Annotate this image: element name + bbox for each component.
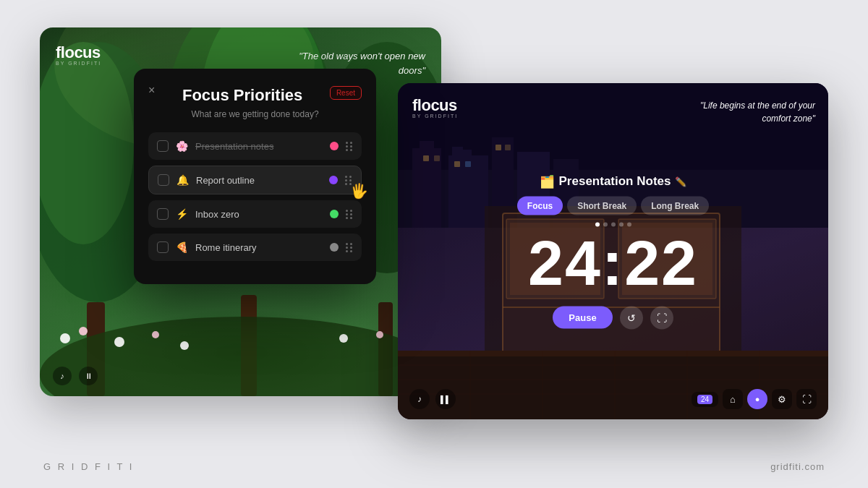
task-2-label: Report outline [196,175,322,186]
profile-button[interactable]: ● [747,389,767,409]
right-logo: flocus BY GRIDFITI [412,96,458,119]
right-action-buttons: 24 ⌂ ● ⚙ ⛶ [692,389,817,409]
task-1-emoji: 🌸 [176,140,188,152]
timer-tab-focus[interactable]: Focus [517,196,563,215]
brand-right-label: gridfiti.com [770,461,825,472]
task-2-emoji: 🔔 [176,174,189,186]
task-2-dot [329,176,338,184]
task-4-label: Rome itinerary [195,242,323,253]
right-logo-sub: BY GRIDFITI [412,114,458,119]
task-count-badge: 24 [697,395,712,404]
svg-point-9 [60,333,70,343]
right-logo-text: flocus [412,96,458,115]
timer-tabs: Focus Short Break Long Break [498,196,729,215]
task-4-checkbox[interactable] [157,241,169,253]
svg-point-11 [114,337,124,347]
svg-point-13 [180,341,189,350]
task-3-dot [330,210,339,218]
timer-fullscreen-button[interactable]: ⛶ [650,306,673,329]
left-music-bar: ♪ ⏸ [53,367,98,385]
right-equalizer-icon[interactable]: ▌▌ [435,389,456,409]
task-count-button[interactable]: 24 [692,392,718,407]
settings-button[interactable]: ⚙ [772,389,792,409]
timer-display: 24:22 [498,231,729,294]
svg-point-10 [79,327,88,335]
timer-controls: Pause ↺ ⛶ [498,306,729,329]
task-3-emoji: ⚡ [176,208,188,220]
task-4-emoji: 🍕 [176,241,188,253]
timer-task-name: Presentation Notes [559,174,671,189]
task-row-4: 🍕 Rome itinerary [148,234,362,261]
svg-point-15 [376,331,383,338]
right-quote: "Life begins at the end of your comfort … [685,99,815,125]
task-4-drag[interactable] [346,243,353,252]
task-3-drag[interactable] [346,210,353,219]
timer-tab-short-break[interactable]: Short Break [567,196,637,215]
focus-priorities-modal: × Focus Priorities Reset What are we get… [134,69,376,284]
svg-point-14 [339,334,348,343]
left-logo-text: flocus [56,43,101,62]
timer-reset-button[interactable]: ↺ [620,306,643,329]
timer-area: 🗂️ Presentation Notes ✏️ Focus Short Bre… [498,174,729,329]
modal-close-button[interactable]: × [148,85,155,96]
right-bottom-bar: ♪ ▌▌ 24 ⌂ ● ⚙ ⛶ [398,389,828,409]
right-card: flocus BY GRIDFITI "Life begins at the e… [398,83,828,419]
modal-header: × Focus Priorities Reset [148,86,362,105]
modal-title: Focus Priorities [155,86,330,105]
timer-task-label: 🗂️ Presentation Notes ✏️ [498,174,729,189]
task-2-checkbox[interactable] [158,174,169,186]
home-button[interactable]: ⌂ [723,389,743,409]
task-row-3: ⚡ Inbox zero [148,200,362,228]
right-music-buttons: ♪ ▌▌ [409,389,456,409]
cursor-hand: 🖐️ [350,182,368,200]
modal-reset-button[interactable]: Reset [330,86,362,100]
timer-tab-long-break[interactable]: Long Break [641,196,709,215]
left-music-icon[interactable]: ♪ [53,367,72,385]
timer-task-emoji: 🗂️ [540,174,555,189]
timer-pause-button[interactable]: Pause [553,307,612,329]
brand-left-label: G R I D F I T I [43,461,134,472]
task-1-checkbox[interactable] [157,140,169,152]
left-logo-sub: BY GRIDFITI [56,61,101,66]
left-equalizer-icon[interactable]: ⏸ [79,367,98,385]
task-row-2: 🔔 Report outline 🖐️ [148,166,362,194]
svg-point-12 [152,331,159,338]
task-3-checkbox[interactable] [157,208,169,220]
task-4-dot [330,243,339,252]
timer-edit-icon[interactable]: ✏️ [675,176,686,187]
task-1-dot [330,142,339,150]
right-music-icon[interactable]: ♪ [409,389,430,409]
expand-button[interactable]: ⛶ [796,389,817,409]
task-row-1: 🌸 Presentation notes [148,132,362,160]
task-1-label: Presentation notes [195,141,323,152]
modal-subtitle: What are we getting done today? [148,109,362,119]
task-3-label: Inbox zero [195,209,323,220]
left-logo: flocus BY GRIDFITI [56,43,101,66]
task-1-drag[interactable] [346,142,353,151]
